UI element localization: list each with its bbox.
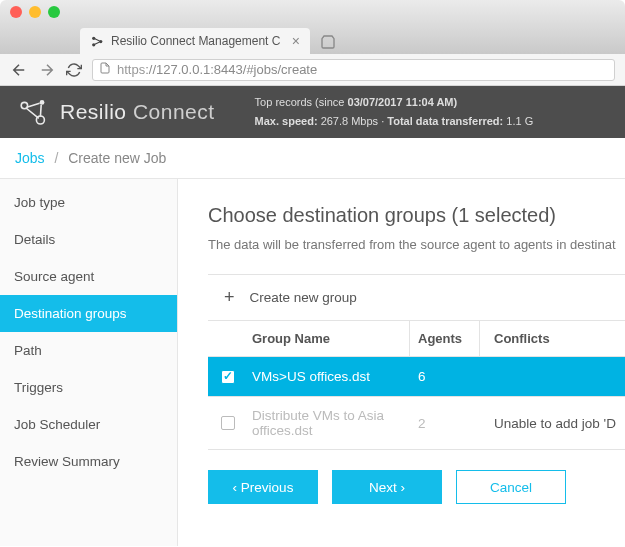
table-row[interactable]: Distribute VMs to Asia offices.dst 2 Una… <box>208 397 625 450</box>
close-window-button[interactable] <box>10 6 22 18</box>
breadcrumb-root[interactable]: Jobs <box>15 150 45 166</box>
row-checkbox[interactable] <box>208 397 248 449</box>
content-panel: Choose destination groups (1 selected) T… <box>178 179 625 546</box>
checkbox-checked-icon <box>221 370 235 384</box>
row-conflicts <box>480 357 625 396</box>
sidebar-item-label: Job type <box>14 195 65 210</box>
sidebar-item-label: Path <box>14 343 42 358</box>
sidebar-item-triggers[interactable]: Triggers <box>0 369 177 406</box>
col-header-name[interactable]: Group Name <box>248 321 410 356</box>
sidebar-item-details[interactable]: Details <box>0 221 177 258</box>
create-group-label: Create new group <box>250 290 357 305</box>
cancel-button[interactable]: Cancel <box>456 470 566 504</box>
browser-tab-strip: Resilio Connect Management C × <box>0 24 625 54</box>
brand-mark-icon <box>18 96 50 128</box>
browser-nav-bar: https://127.0.0.1:8443/#jobs/create <box>0 54 625 86</box>
row-name: Distribute VMs to Asia offices.dst <box>248 397 410 449</box>
row-agents: 6 <box>410 357 480 396</box>
breadcrumb-sep: / <box>54 150 58 166</box>
page-title: Choose destination groups (1 selected) <box>208 204 625 227</box>
svg-point-4 <box>40 100 45 105</box>
url-text: https://127.0.0.1:8443/#jobs/create <box>117 62 317 77</box>
page-icon <box>99 62 111 77</box>
row-agents: 2 <box>410 397 480 449</box>
sidebar-item-label: Review Summary <box>14 454 120 469</box>
next-button[interactable]: Next › <box>332 470 442 504</box>
groups-table: + Create new group Group Name Agents Con… <box>208 274 625 450</box>
sidebar-item-destination-groups[interactable]: Destination groups <box>0 295 177 332</box>
sidebar-item-job-scheduler[interactable]: Job Scheduler <box>0 406 177 443</box>
sidebar-item-job-type[interactable]: Job type <box>0 184 177 221</box>
sidebar-item-review-summary[interactable]: Review Summary <box>0 443 177 480</box>
create-group-button[interactable]: + Create new group <box>208 275 625 320</box>
app-header: Resilio Connect Top records (since 03/07… <box>0 86 625 138</box>
sidebar-item-label: Job Scheduler <box>14 417 100 432</box>
tab-title: Resilio Connect Management C <box>111 34 292 48</box>
breadcrumb-current: Create new Job <box>68 150 166 166</box>
col-header-check <box>208 321 248 356</box>
previous-button[interactable]: ‹ Previous <box>208 470 318 504</box>
header-stats: Top records (since 03/07/2017 11:04 AM) … <box>255 93 534 130</box>
row-checkbox[interactable] <box>208 357 248 396</box>
sidebar-item-label: Triggers <box>14 380 63 395</box>
sidebar-item-source-agent[interactable]: Source agent <box>0 258 177 295</box>
sidebar-item-label: Source agent <box>14 269 94 284</box>
sidebar-item-path[interactable]: Path <box>0 332 177 369</box>
url-bar[interactable]: https://127.0.0.1:8443/#jobs/create <box>92 59 615 81</box>
browser-tab[interactable]: Resilio Connect Management C × <box>80 28 310 54</box>
plus-icon: + <box>224 287 235 308</box>
breadcrumb: Jobs / Create new Job <box>0 138 625 179</box>
sidebar-item-label: Destination groups <box>14 306 127 321</box>
maximize-window-button[interactable] <box>48 6 60 18</box>
favicon-icon <box>90 34 104 48</box>
col-header-conflicts[interactable]: Conflicts <box>480 321 625 356</box>
minimize-window-button[interactable] <box>29 6 41 18</box>
row-conflicts: Unable to add job 'D <box>480 397 625 449</box>
forward-button[interactable] <box>38 61 56 79</box>
sidebar-item-label: Details <box>14 232 55 247</box>
window-titlebar <box>0 0 625 24</box>
new-tab-button[interactable] <box>316 30 340 54</box>
wizard-footer: ‹ Previous Next › Cancel <box>208 450 625 504</box>
reload-button[interactable] <box>66 62 82 78</box>
brand-logo[interactable]: Resilio Connect <box>18 96 215 128</box>
col-header-agents[interactable]: Agents <box>410 321 480 356</box>
wizard-sidebar: Job type Details Source agent Destinatio… <box>0 179 178 546</box>
checkbox-unchecked-icon <box>221 416 235 430</box>
row-name: VMs>US offices.dst <box>248 357 410 396</box>
page-description: The data will be transferred from the so… <box>208 237 625 252</box>
back-button[interactable] <box>10 61 28 79</box>
table-header: Group Name Agents Conflicts <box>208 320 625 357</box>
table-row[interactable]: VMs>US offices.dst 6 <box>208 357 625 397</box>
tab-close-button[interactable]: × <box>292 33 300 49</box>
